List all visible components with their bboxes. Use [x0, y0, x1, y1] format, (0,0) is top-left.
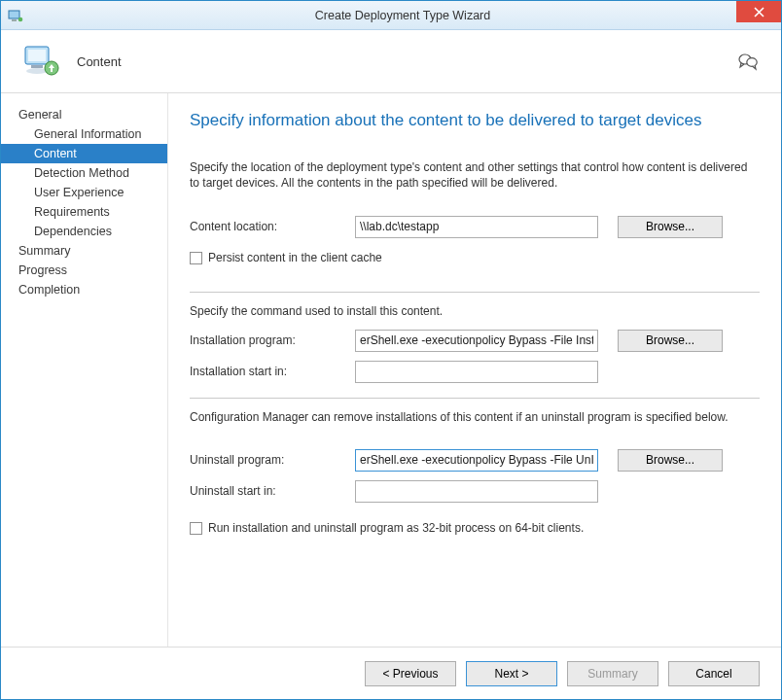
row-uninstall-program: Uninstall program: Browse... [190, 447, 760, 472]
label-install-program: Installation program: [190, 333, 355, 347]
section-separator-1 [190, 292, 760, 293]
page-heading: Specify information about the content to… [190, 111, 760, 130]
install-intro: Specify the command used to install this… [190, 304, 760, 318]
svg-point-2 [18, 17, 23, 21]
sidebar-item-general-information[interactable]: General Information [1, 124, 167, 144]
cancel-button[interactable]: Cancel [668, 661, 760, 686]
content-pane: Specify information about the content to… [168, 93, 781, 647]
page-description: Specify the location of the deployment t… [190, 159, 760, 191]
close-button[interactable] [736, 1, 781, 22]
input-uninstall-start-in[interactable] [355, 480, 598, 503]
input-install-program[interactable] [355, 330, 598, 352]
label-install-start-in: Installation start in: [190, 365, 355, 378]
sidebar-item-detection-method[interactable]: Detection Method [1, 163, 167, 183]
next-button[interactable]: Next > [466, 661, 557, 686]
wizard-footer: < Previous Next > Summary Cancel [1, 647, 781, 699]
browse-uninstall-program[interactable]: Browse... [618, 449, 723, 472]
sidebar-item-progress[interactable]: Progress [1, 261, 167, 280]
checkbox-run-32bit[interactable] [190, 522, 202, 535]
label-run-32bit: Run installation and uninstall program a… [208, 521, 584, 535]
sidebar-item-general[interactable]: General [1, 105, 167, 124]
browse-install-program[interactable]: Browse... [618, 330, 723, 352]
close-icon [754, 7, 764, 18]
wizard-header: Content [1, 30, 781, 92]
svg-point-9 [747, 58, 757, 67]
row-install-program: Installation program: Browse... [190, 328, 760, 353]
browse-content-location[interactable]: Browse... [618, 216, 723, 238]
sidebar-item-content[interactable]: Content [1, 144, 167, 163]
page-name: Content [77, 54, 122, 69]
row-uninstall-start-in: Uninstall start in: [190, 478, 760, 504]
sidebar-item-user-experience[interactable]: User Experience [1, 183, 167, 202]
sidebar: General General Information Content Dete… [1, 93, 168, 647]
svg-rect-0 [9, 11, 19, 18]
row-content-location: Content location: Browse... [190, 214, 760, 239]
input-uninstall-program[interactable] [355, 449, 598, 472]
svg-rect-4 [28, 50, 46, 61]
wizard-window: Create Deployment Type Wizard Content [0, 0, 782, 700]
help-icon[interactable] [736, 50, 760, 73]
label-content-location: Content location: [190, 220, 355, 233]
svg-rect-1 [12, 19, 17, 21]
wizard-body: General General Information Content Dete… [1, 93, 781, 647]
previous-button[interactable]: < Previous [365, 661, 456, 686]
window-title: Create Deployment Type Wizard [24, 9, 781, 22]
label-persist-cache: Persist content in the client cache [208, 251, 382, 264]
summary-button: Summary [567, 661, 658, 686]
sidebar-item-requirements[interactable]: Requirements [1, 202, 167, 222]
sidebar-item-summary[interactable]: Summary [1, 241, 167, 261]
uninstall-intro: Configuration Manager can remove install… [190, 410, 760, 424]
row-run-32bit[interactable]: Run installation and uninstall program a… [190, 521, 760, 535]
checkbox-persist-cache[interactable] [190, 252, 202, 264]
label-uninstall-start-in: Uninstall start in: [190, 484, 355, 498]
section-separator-2 [190, 398, 760, 399]
sidebar-item-completion[interactable]: Completion [1, 280, 167, 299]
titlebar: Create Deployment Type Wizard [1, 1, 781, 30]
svg-rect-5 [31, 65, 43, 68]
input-content-location[interactable] [355, 216, 598, 238]
input-install-start-in[interactable] [355, 361, 598, 383]
sidebar-item-dependencies[interactable]: Dependencies [1, 222, 167, 241]
app-icon [7, 7, 24, 24]
content-icon [22, 43, 61, 80]
label-uninstall-program: Uninstall program: [190, 453, 355, 467]
row-persist-cache[interactable]: Persist content in the client cache [190, 251, 760, 264]
row-install-start-in: Installation start in: [190, 359, 760, 384]
